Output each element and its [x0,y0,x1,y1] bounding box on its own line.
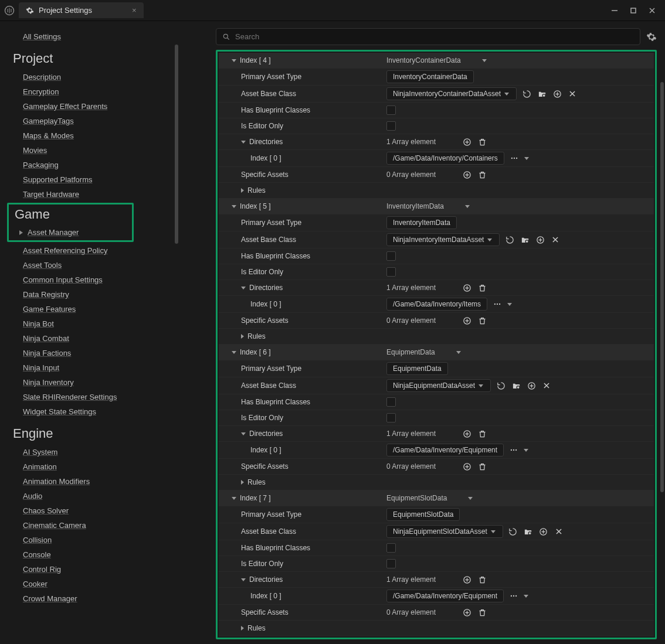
sidebar-item-ninja-inventory[interactable]: Ninja Inventory [2,375,181,390]
sidebar-item-movies[interactable]: Movies [2,143,181,158]
entry-header[interactable]: Index [ 6 ] EquipmentData [219,345,654,360]
sidebar-item-widget-state-settings[interactable]: Widget State Settings [2,404,181,419]
chevron-down-icon[interactable] [232,497,236,500]
sidebar-item-description[interactable]: Description [2,70,181,84]
chevron-right-icon[interactable] [241,188,244,193]
browse-icon[interactable] [520,234,530,245]
sidebar-item-supported-platforms[interactable]: Supported Platforms [2,172,181,187]
sidebar-item-audio[interactable]: Audio [2,489,181,503]
directory-path[interactable]: /Game/Data/Inventory/Containers [386,152,504,165]
sidebar-item-ninja-input[interactable]: Ninja Input [2,360,181,375]
add-icon[interactable] [462,169,472,180]
chevron-down-icon[interactable] [524,157,529,160]
chevron-right-icon[interactable] [241,626,244,631]
checkbox[interactable] [386,105,396,115]
sidebar-item-animation-modifiers[interactable]: Animation Modifiers [2,474,181,489]
sidebar-item-asset-referencing-policy[interactable]: Asset Referencing Policy [2,243,181,258]
clear-icon[interactable] [567,88,578,99]
sidebar-item-chaos-solver[interactable]: Chaos Solver [2,503,181,518]
primary-asset-type-value[interactable]: EquipmentSlotData [386,508,460,521]
sidebar-item-gameplay-effect-parents[interactable]: Gameplay Effect Parents [2,99,181,114]
clear-icon[interactable] [550,234,561,245]
add-icon[interactable] [462,315,472,326]
sidebar-item-ai-system[interactable]: AI System [2,445,181,459]
asset-base-class-dropdown[interactable]: NinjaInventoryItemDataAsset [386,233,500,246]
asset-base-class-dropdown[interactable]: NinjaInventoryContainerDataAsset [386,87,517,100]
checkbox[interactable] [386,397,396,407]
chevron-down-icon[interactable] [232,351,236,354]
add-icon[interactable] [462,282,472,293]
checkbox[interactable] [386,121,396,131]
trash-icon[interactable] [477,428,487,439]
sidebar-item-slate-rhirenderer[interactable]: Slate RHIRenderer Settings [2,390,181,404]
reset-icon[interactable] [504,234,515,245]
chevron-down-icon[interactable] [232,205,236,208]
minimize-button[interactable] [611,7,618,14]
sidebar-all-settings[interactable]: All Settings [2,29,181,44]
browse-icon[interactable] [511,380,521,391]
directory-path[interactable]: /Game/Data/Inventory/Items [386,298,487,311]
checkbox[interactable] [386,251,396,261]
checkbox[interactable] [386,413,396,422]
settings-gear-icon[interactable] [646,32,657,42]
directory-path[interactable]: /Game/Data/Inventory/Equipment [386,444,504,456]
row-rules[interactable]: Rules [219,183,654,199]
add-icon[interactable] [538,526,549,537]
chevron-down-icon[interactable] [241,287,246,289]
sidebar-item-encryption[interactable]: Encryption [2,84,181,99]
ellipsis-icon[interactable] [492,299,503,309]
chevron-down-icon[interactable] [241,141,246,144]
ellipsis-icon[interactable] [509,153,520,163]
chevron-down-icon[interactable] [507,303,512,306]
search-field[interactable] [235,32,634,41]
trash-icon[interactable] [477,282,487,293]
chevron-right-icon[interactable] [241,334,244,339]
sidebar-item-gameplaytags[interactable]: GameplayTags [2,114,181,128]
sidebar-item-animation[interactable]: Animation [2,459,181,474]
close-window-button[interactable] [649,7,656,14]
trash-icon[interactable] [477,461,487,472]
entry-header[interactable]: Index [ 5 ] InventoryItemData [219,199,654,214]
primary-asset-type-value[interactable]: InventoryContainerData [386,70,474,83]
chevron-down-icon[interactable] [241,578,246,581]
reset-icon[interactable] [496,380,506,391]
sidebar-item-target-hardware[interactable]: Target Hardware [2,187,181,202]
sidebar-item-ninja-combat[interactable]: Ninja Combat [2,331,181,346]
add-icon[interactable] [535,234,545,245]
browse-icon[interactable] [523,526,534,537]
sidebar-item-maps-modes[interactable]: Maps & Modes [2,128,181,143]
trash-icon[interactable] [477,574,487,585]
primary-asset-type-value[interactable]: EquipmentData [386,362,448,375]
trash-icon[interactable] [477,315,487,326]
chevron-down-icon[interactable] [524,595,528,598]
chevron-down-icon[interactable] [468,497,473,500]
sidebar-item-asset-manager[interactable]: Asset Manager [9,226,132,238]
add-icon[interactable] [462,428,472,439]
sidebar-item-data-registry[interactable]: Data Registry [2,287,181,302]
ellipsis-icon[interactable] [508,445,519,455]
add-icon[interactable] [462,607,472,618]
sidebar-item-console[interactable]: Console [2,547,181,562]
add-icon[interactable] [552,88,562,99]
clear-icon[interactable] [541,380,552,391]
chevron-down-icon[interactable] [465,205,470,208]
search-input[interactable] [216,28,640,45]
chevron-down-icon[interactable] [482,59,487,62]
maximize-button[interactable] [630,7,637,14]
chevron-down-icon[interactable] [232,59,236,62]
checkbox[interactable] [386,559,396,568]
ellipsis-icon[interactable] [508,591,519,601]
sidebar-item-cooker[interactable]: Cooker [2,577,181,591]
sidebar-item-common-input-settings[interactable]: Common Input Settings [2,272,181,287]
sidebar-item-collision[interactable]: Collision [2,533,181,547]
reset-icon[interactable] [508,526,518,537]
scrollbar[interactable] [175,45,178,244]
checkbox[interactable] [386,543,396,553]
row-rules[interactable]: Rules [219,329,654,345]
add-icon[interactable] [462,461,472,472]
trash-icon[interactable] [477,137,487,147]
sidebar-item-control-rig[interactable]: Control Rig [2,562,181,577]
trash-icon[interactable] [477,169,487,180]
chevron-down-icon[interactable] [456,351,461,354]
chevron-down-icon[interactable] [241,432,246,435]
